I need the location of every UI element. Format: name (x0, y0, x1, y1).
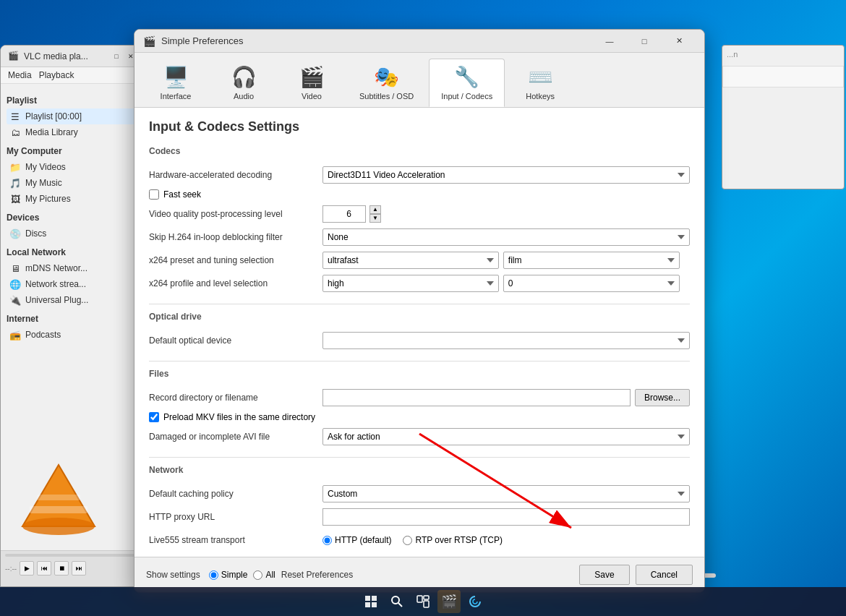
vlc-right-content: ...n (722, 46, 844, 63)
sidebar-item-playlist[interactable]: ☰ Playlist [00:00] (7, 108, 138, 124)
vlc-window-controls: □ ✕ (111, 51, 137, 62)
vlc-stop-btn[interactable]: ⏹ (54, 561, 69, 576)
input-codecs-tab-label: Input / Codecs (441, 92, 492, 100)
taskbar-start-btn[interactable] (359, 590, 383, 613)
taskbar-vlc-btn[interactable]: 🎬 (437, 590, 461, 613)
dialog-close-btn[interactable]: ✕ (662, 30, 696, 53)
vlc-cone-decoration (15, 454, 102, 543)
dialog-titlebar: 🎬 Simple Preferences — □ ✕ (134, 30, 704, 53)
http-radio-item: HTTP (default) (322, 535, 391, 545)
subtitles-tab-label: Subtitles / OSD (359, 92, 414, 100)
hardware-decoding-select[interactable]: Direct3D11 Video Acceleration (322, 166, 690, 184)
sidebar-item-my-music[interactable]: 🎵 My Music (7, 175, 138, 191)
vlc-seek-bar[interactable] (5, 554, 140, 557)
http-radio-label: HTTP (default) (335, 535, 391, 545)
sidebar-item-mdns[interactable]: 🖥 mDNS Networ... (7, 260, 138, 276)
cancel-button[interactable]: Cancel (636, 565, 693, 585)
files-section: Files Record directory or filename Brows… (149, 369, 690, 445)
vlc-sidebar: Playlist ☰ Playlist [00:00] 🗂 Media Libr… (1, 84, 144, 348)
tab-video[interactable]: 🎬 Video (279, 59, 344, 107)
video-quality-label: Video quality post-processing level (149, 209, 322, 219)
x264-preset-label: x264 preset and tuning selection (149, 255, 322, 265)
tab-hotkeys[interactable]: ⌨️ Hotkeys (508, 59, 573, 107)
dialog-maximize-btn[interactable]: □ (628, 30, 661, 53)
video-tab-icon: 🎬 (299, 65, 325, 89)
dialog-minimize-btn[interactable]: — (593, 30, 626, 53)
dialog-window-controls: — □ ✕ (593, 30, 696, 53)
video-tab-label: Video (302, 92, 322, 100)
live555-label: Live555 stream transport (149, 535, 322, 545)
http-proxy-input[interactable] (322, 508, 690, 526)
video-quality-control: ▲ ▼ (322, 205, 690, 223)
svg-rect-4 (37, 495, 80, 500)
preload-mkv-label: Preload MKV files in the same directory (163, 412, 315, 422)
http-proxy-row: HTTP proxy URL (149, 508, 690, 526)
skip-h264-select[interactable]: None (322, 228, 690, 246)
show-settings-label: Show settings (146, 570, 200, 580)
tab-input-codecs[interactable]: 🔧 Input / Codecs (429, 59, 505, 107)
record-directory-label: Record directory or filename (149, 393, 322, 403)
taskbar-edge-btn[interactable] (463, 590, 487, 613)
tab-audio[interactable]: 🎧 Audio (211, 59, 276, 107)
vlc-search-bar (722, 66, 844, 87)
fast-seek-checkbox[interactable] (149, 189, 159, 200)
tab-subtitles[interactable]: 🎭 Subtitles / OSD (347, 59, 426, 107)
damaged-avi-select[interactable]: Ask for action (322, 428, 690, 445)
taskbar-task-view-btn[interactable] (411, 590, 435, 613)
sidebar-item-my-pictures[interactable]: 🖼 My Pictures (7, 191, 138, 207)
optical-drive-section-header: Optical drive (149, 312, 690, 325)
svg-rect-13 (417, 596, 422, 602)
taskbar: 🎬 (0, 587, 846, 616)
svg-rect-10 (372, 602, 377, 607)
divider-2 (149, 361, 690, 362)
caching-policy-select[interactable]: Custom (322, 485, 690, 502)
save-button[interactable]: Save (579, 565, 629, 585)
rtp-radio[interactable] (403, 536, 412, 545)
page-title: Input & Codecs Settings (149, 119, 690, 134)
record-directory-input[interactable] (322, 389, 631, 406)
taskbar-search-btn[interactable] (385, 590, 409, 613)
sidebar-item-network-stream[interactable]: 🌐 Network strea... (7, 276, 138, 292)
vlc-maximize-btn[interactable]: □ (111, 51, 122, 62)
all-radio[interactable] (253, 570, 262, 580)
default-optical-device-select[interactable] (322, 332, 690, 349)
http-radio[interactable] (322, 536, 332, 545)
simple-radio-label: Simple (221, 570, 248, 580)
internet-section-label: Internet (7, 314, 138, 324)
svg-rect-8 (372, 596, 377, 601)
vlc-next-btn[interactable]: ⏭ (72, 561, 86, 576)
video-quality-input[interactable] (322, 205, 366, 223)
video-quality-spinner: ▲ ▼ (369, 205, 381, 223)
hardware-decoding-row: Hardware-accelerated decoding Direct3D11… (149, 166, 690, 184)
playlist-icon: ☰ (9, 111, 21, 122)
svg-rect-7 (365, 596, 370, 601)
mdns-icon: 🖥 (9, 262, 21, 274)
interface-tab-label: Interface (161, 92, 192, 100)
x264-level-select[interactable]: 0 (503, 275, 680, 292)
reset-preferences-link[interactable]: Reset Preferences (281, 570, 353, 580)
svg-rect-15 (424, 601, 429, 607)
sidebar-item-universal-plug[interactable]: 🔌 Universal Plug... (7, 292, 138, 308)
x264-tuning-select[interactable]: film (503, 252, 680, 269)
preload-mkv-checkbox[interactable] (149, 412, 159, 422)
vlc-menu-media[interactable]: Media (8, 70, 32, 80)
x264-profile-select[interactable]: high (322, 275, 499, 292)
sidebar-item-media-library[interactable]: 🗂 Media Library (7, 124, 138, 140)
sidebar-item-discs[interactable]: 💿 Discs (7, 226, 138, 241)
fast-seek-row: Fast seek (149, 189, 690, 200)
http-proxy-label: HTTP proxy URL (149, 512, 322, 522)
vlc-prev-btn[interactable]: ⏮ (37, 561, 51, 576)
network-stream-icon: 🌐 (9, 278, 21, 290)
caching-policy-row: Default caching policy Custom (149, 485, 690, 502)
video-quality-down[interactable]: ▼ (369, 214, 381, 223)
simple-radio[interactable] (209, 570, 218, 580)
vlc-play-btn[interactable]: ▶ (20, 561, 34, 576)
browse-button[interactable]: Browse... (635, 389, 690, 406)
sidebar-item-my-videos[interactable]: 📁 My Videos (7, 159, 138, 175)
video-quality-up[interactable]: ▲ (369, 205, 381, 214)
sidebar-item-podcasts[interactable]: 📻 Podcasts (7, 327, 138, 343)
vlc-menu-playback[interactable]: Playback (39, 70, 74, 80)
footer-show-settings: Show settings Simple All Reset Preferenc… (146, 570, 579, 580)
tab-interface[interactable]: 🖥️ Interface (143, 59, 208, 107)
x264-preset-select[interactable]: ultrafast (322, 252, 499, 269)
